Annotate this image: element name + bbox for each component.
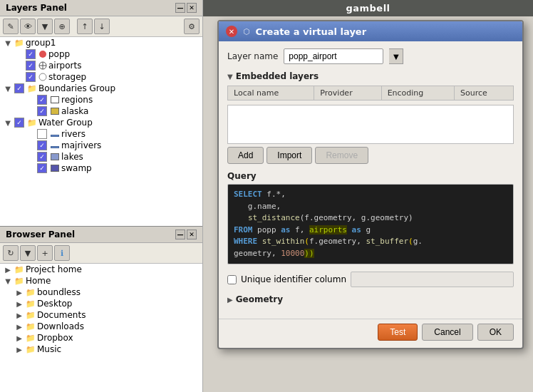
popp-checkbox[interactable]: ✓ <box>26 49 36 59</box>
popp-label: popp <box>48 49 70 59</box>
remove-layer-btn[interactable]: Remove <box>315 147 368 164</box>
home-arrow: ▼ <box>3 276 13 286</box>
dialog-body: Layer name ▼ ▼ Embedded layers Local nam… <box>219 41 522 319</box>
airports-icon <box>38 61 47 70</box>
boundaries-label: Boundaries Group <box>38 83 115 93</box>
browser-panel-title: Browser Panel <box>6 229 75 239</box>
edit-tool-btn[interactable]: ✎ <box>3 19 19 34</box>
layer-lakes[interactable]: ▶ ✓ lakes <box>0 151 202 163</box>
layer-airports[interactable]: ▶ ✓ airports <box>0 60 202 71</box>
layers-minimize-btn[interactable]: — <box>175 3 185 13</box>
import-layer-btn[interactable]: Import <box>266 147 312 164</box>
browser-info-btn[interactable]: ℹ <box>54 245 70 261</box>
boundaries-folder-icon: 📁 <box>27 83 37 93</box>
layer-water-group[interactable]: ▼ ✓ 📁 Water Group <box>0 117 202 128</box>
layer-majrivers[interactable]: ▶ ✓ majrivers <box>0 140 202 151</box>
airports-checkbox[interactable]: ✓ <box>26 61 36 71</box>
layers-settings-btn[interactable]: ⚙ <box>184 19 200 34</box>
layer-group1[interactable]: ▼ 📁 group1 <box>0 37 202 48</box>
query-from-clause: popp as f, airports as g <box>253 225 371 234</box>
browser-close-btn[interactable]: ✕ <box>187 229 197 239</box>
downloads-label: Downloads <box>37 321 84 331</box>
storagep-icon <box>38 73 47 81</box>
layer-name-input[interactable] <box>284 48 383 64</box>
browser-music[interactable]: ▶ 📁 Music <box>0 344 202 355</box>
rivers-checkbox[interactable] <box>37 129 47 139</box>
layer-popp[interactable]: ▶ ✓ popp <box>0 48 202 60</box>
layer-regions[interactable]: ▶ ✓ regions <box>0 94 202 105</box>
water-checkbox[interactable]: ✓ <box>14 118 24 128</box>
water-label: Water Group <box>38 118 93 128</box>
embedded-layers-table: Local name Provider Encoding Source <box>227 86 514 100</box>
browser-boundless[interactable]: ▶ 📁 boundless <box>0 287 202 298</box>
documents-arrow: ▶ <box>14 310 24 320</box>
lakes-label: lakes <box>61 152 83 162</box>
group1-folder-icon: 📁 <box>14 38 24 48</box>
query-where-cont: geometry, 10000)) <box>234 249 314 258</box>
unique-id-checkbox[interactable] <box>227 275 237 284</box>
layer-name-row: Layer name ▼ <box>227 48 514 64</box>
group1-label: group1 <box>26 38 56 48</box>
unique-id-input[interactable] <box>351 272 514 287</box>
dialog-title-text: Create a virtual layer <box>256 26 367 37</box>
water-folder-icon: 📁 <box>27 118 37 128</box>
browser-minimize-btn[interactable]: — <box>175 229 185 239</box>
boundaries-checkbox[interactable]: ✓ <box>14 83 24 93</box>
swamp-color <box>51 165 59 172</box>
browser-refresh-btn[interactable]: ↻ <box>3 245 19 261</box>
downloads-arrow: ▶ <box>14 321 24 331</box>
col-local-name: Local name <box>228 86 314 100</box>
select-tool-btn[interactable]: ⊕ <box>54 19 70 34</box>
browser-filter-btn[interactable]: ▼ <box>20 245 36 261</box>
majrivers-checkbox[interactable]: ✓ <box>37 140 47 150</box>
layers-panel-header: Layers Panel — ✕ <box>0 0 202 16</box>
lakes-checkbox[interactable]: ✓ <box>37 152 47 162</box>
geometry-title: Geometry <box>236 294 283 304</box>
cancel-btn[interactable]: Cancel <box>422 324 472 341</box>
filter-tool-btn[interactable]: ▼ <box>37 19 53 34</box>
home-icon: 📁 <box>14 276 24 286</box>
dialog-title-bar: ✕ ⬡ Create a virtual layer <box>219 21 522 41</box>
layer-name-dropdown-btn[interactable]: ▼ <box>389 48 403 64</box>
layer-storagep[interactable]: ▶ ✓ storagep <box>0 71 202 83</box>
layer-alaska[interactable]: ▶ ✓ alaska <box>0 105 202 117</box>
browser-dropbox[interactable]: ▶ 📁 Dropbox <box>0 332 202 344</box>
unique-id-row: Unique identifier column <box>227 272 514 287</box>
embedded-layers-table-body <box>227 105 514 144</box>
move-down-btn[interactable]: ↓ <box>94 19 110 34</box>
ok-btn[interactable]: OK <box>477 324 514 341</box>
browser-desktop[interactable]: ▶ 📁 Desktop <box>0 298 202 309</box>
alaska-checkbox[interactable]: ✓ <box>37 106 47 116</box>
layer-swamp[interactable]: ▶ ✓ swamp <box>0 163 202 174</box>
app-title: gambell <box>346 3 390 14</box>
layers-close-btn[interactable]: ✕ <box>187 3 197 13</box>
test-btn[interactable]: Test <box>378 324 418 341</box>
geometry-section[interactable]: ▶ Geometry <box>227 294 514 304</box>
browser-documents[interactable]: ▶ 📁 Documents <box>0 309 202 321</box>
browser-add-btn[interactable]: + <box>37 245 53 261</box>
eye-tool-btn[interactable]: 👁 <box>20 19 36 34</box>
downloads-icon: 📁 <box>26 321 36 331</box>
regions-checkbox[interactable]: ✓ <box>37 95 47 105</box>
left-panel: Layers Panel — ✕ ✎ 👁 ▼ ⊕ ↑ ↓ ⚙ ▼ 📁 group… <box>0 0 203 392</box>
water-arrow: ▼ <box>3 118 13 128</box>
app-title-bar: gambell <box>203 0 533 16</box>
music-label: Music <box>37 344 61 354</box>
embedded-layers-section-header[interactable]: ▼ Embedded layers <box>227 71 514 81</box>
dialog-close-btn[interactable]: ✕ <box>226 26 237 37</box>
layer-boundaries-group[interactable]: ▼ ✓ 📁 Boundaries Group <box>0 83 202 94</box>
move-up-btn[interactable]: ↑ <box>77 19 93 34</box>
storagep-label: storagep <box>48 72 86 82</box>
layer-rivers[interactable]: ▶ rivers <box>0 128 202 140</box>
browser-project-home[interactable]: ▶ 📁 Project home <box>0 264 202 275</box>
query-space1: g.name, <box>234 202 281 211</box>
storagep-checkbox[interactable]: ✓ <box>26 72 36 82</box>
swamp-checkbox[interactable]: ✓ <box>37 163 47 173</box>
query-box[interactable]: SELECT f.*, g.name, st_distance(f.geomet… <box>227 184 514 264</box>
add-layer-btn[interactable]: Add <box>227 147 264 164</box>
browser-downloads[interactable]: ▶ 📁 Downloads <box>0 321 202 332</box>
kw-select: SELECT <box>234 190 262 199</box>
browser-home[interactable]: ▼ 📁 Home <box>0 275 202 287</box>
layer-name-label: Layer name <box>227 51 278 61</box>
kw-from: FROM <box>234 225 253 234</box>
